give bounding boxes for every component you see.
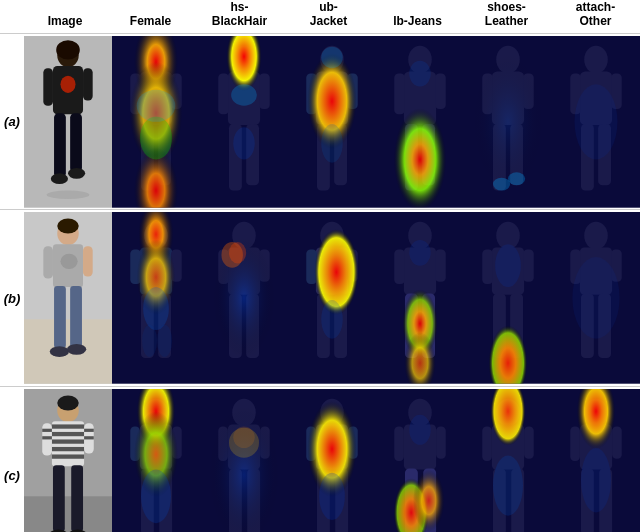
svg-rect-8 (70, 113, 82, 172)
svg-rect-80 (70, 287, 82, 349)
svg-point-180 (233, 427, 254, 448)
col-header-lb: lb-Jeans (373, 14, 462, 28)
image-cell-c (24, 387, 112, 532)
svg-rect-78 (83, 247, 93, 277)
image-cell-a (24, 34, 112, 210)
grid-row-b: (b) (0, 209, 640, 386)
svg-rect-5 (43, 68, 53, 106)
col-header-attach: attach-Other (551, 0, 640, 29)
svg-rect-155 (84, 429, 94, 432)
svg-rect-148 (52, 440, 84, 444)
col-header-ub: ub-Jacket (284, 0, 373, 29)
svg-rect-6 (83, 68, 93, 100)
svg-rect-131 (464, 212, 552, 384)
heatmap-b-jacket (288, 210, 376, 386)
svg-point-82 (67, 344, 86, 355)
heatmap-b-blackhair (200, 210, 288, 386)
heatmap-a-jeans (376, 34, 464, 210)
svg-rect-157 (53, 465, 65, 532)
svg-point-94 (157, 325, 172, 357)
heatmap-b-shoes (464, 210, 552, 386)
svg-rect-156 (84, 436, 94, 439)
svg-point-140 (572, 258, 619, 340)
svg-rect-150 (52, 455, 84, 459)
svg-rect-142 (24, 497, 112, 532)
svg-point-217 (581, 448, 611, 512)
svg-rect-77 (43, 247, 53, 279)
heatmap-c-jacket (288, 387, 376, 532)
svg-rect-122 (376, 212, 464, 384)
col-header-shoes: shoes-Leather (462, 0, 551, 29)
svg-point-23 (137, 89, 176, 121)
svg-point-62 (508, 172, 525, 185)
svg-point-42 (321, 47, 342, 68)
svg-point-64 (584, 45, 608, 73)
image-cell-b (24, 210, 112, 386)
svg-point-11 (47, 190, 90, 199)
col-header-hs: hs-BlackHair (195, 0, 284, 29)
svg-rect-149 (52, 447, 84, 451)
heatmap-c-other (552, 387, 640, 532)
svg-rect-153 (42, 429, 52, 432)
svg-point-70 (575, 84, 618, 159)
svg-point-134 (584, 222, 608, 250)
svg-rect-154 (42, 436, 52, 439)
svg-point-10 (68, 168, 85, 179)
svg-rect-158 (71, 465, 83, 532)
svg-point-144 (57, 396, 78, 411)
svg-rect-31 (200, 36, 288, 208)
svg-point-32 (231, 84, 257, 105)
svg-point-104 (229, 243, 246, 264)
svg-point-123 (409, 240, 430, 266)
svg-point-4 (60, 75, 75, 92)
heatmap-c-jeans (376, 387, 464, 532)
svg-point-61 (493, 177, 510, 190)
svg-rect-178 (200, 389, 288, 532)
svg-point-208 (493, 456, 523, 516)
svg-rect-7 (54, 113, 66, 177)
svg-rect-146 (52, 425, 84, 429)
svg-point-2 (56, 40, 80, 59)
svg-point-43 (321, 124, 342, 163)
heatmap-b-jeans (376, 210, 464, 386)
svg-point-76 (60, 254, 77, 269)
heatmap-c-blackhair (200, 387, 288, 532)
svg-point-9 (51, 173, 68, 184)
svg-rect-112 (288, 212, 376, 384)
svg-rect-198 (376, 389, 464, 532)
svg-point-170 (141, 470, 171, 524)
svg-point-113 (321, 300, 342, 339)
row-label-a: (a) (0, 114, 24, 129)
svg-point-132 (495, 245, 521, 288)
header-row: Image Female hs-BlackHair ub-Jacket lb-J… (0, 0, 640, 33)
grid-row-c: (c) (0, 386, 640, 532)
svg-point-189 (319, 473, 345, 520)
grid-row-a: (a) (0, 33, 640, 210)
row-label-c: (c) (0, 468, 24, 483)
col-header-female: Female (106, 14, 195, 28)
heatmap-c-female (112, 387, 200, 532)
svg-point-33 (233, 127, 254, 159)
svg-point-52 (409, 60, 430, 86)
svg-point-93 (142, 325, 157, 357)
heatmap-c-shoes (464, 387, 552, 532)
col-header-image: Image (24, 14, 106, 28)
heatmap-a-jacket (288, 34, 376, 210)
heatmap-a-shoes (464, 34, 552, 210)
svg-point-199 (409, 415, 430, 445)
svg-point-81 (50, 347, 69, 358)
main-container: Image Female hs-BlackHair ub-Jacket lb-J… (0, 0, 640, 532)
svg-rect-79 (54, 287, 66, 349)
heatmap-a-blackhair (200, 34, 288, 210)
heatmap-b-female (112, 210, 200, 386)
heatmap-a-other (552, 34, 640, 210)
row-label-b: (b) (0, 291, 24, 306)
svg-point-74 (57, 219, 78, 234)
svg-rect-102 (200, 212, 288, 384)
heatmap-b-other (552, 210, 640, 386)
svg-rect-147 (52, 432, 84, 436)
svg-point-22 (140, 116, 172, 159)
heatmap-a-female (112, 34, 200, 210)
svg-point-92 (143, 288, 169, 331)
